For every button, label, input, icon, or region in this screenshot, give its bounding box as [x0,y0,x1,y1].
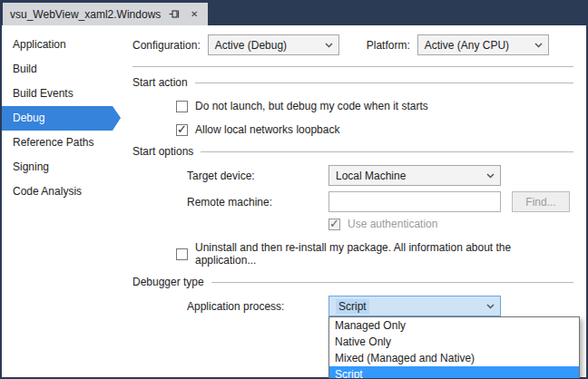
platform-label: Platform: [367,39,410,52]
tab-title: vsu_WebView_xaml2.Windows [10,8,161,21]
target-device-row: Target device: Local Machine [187,165,573,186]
divider [211,282,573,283]
no-launch-row: Do not launch, but debug my code when it… [176,100,573,112]
remote-machine-input[interactable] [328,191,501,212]
sidebar-item-debug[interactable]: Debug [2,106,113,131]
debugger-type-section-header: Debugger type [132,276,573,288]
option-native-only[interactable]: Native Only [329,334,579,350]
find-button[interactable]: Find... [512,191,570,212]
start-options-section-header: Start options [132,145,573,158]
use-authentication-label: Use authentication [348,218,437,230]
configuration-dropdown[interactable]: Active (Debug) [208,34,339,55]
uninstall-checkbox[interactable] [176,248,188,260]
uninstall-row: Uninstall and then re-install my package… [176,241,573,267]
platform-value: Active (Any CPU) [425,39,509,52]
use-authentication-checkbox[interactable] [328,219,340,230]
property-page-sidebar: Application Build Build Events Debug Ref… [2,25,120,377]
target-device-dropdown[interactable]: Local Machine [328,165,501,186]
option-managed-only[interactable]: Managed Only [329,317,579,334]
option-script[interactable]: Script [329,366,579,379]
start-action-title: Start action [132,76,188,89]
chevron-down-icon [486,304,495,309]
configuration-label: Configuration: [132,39,201,52]
chevron-down-icon [486,173,495,179]
pin-icon[interactable] [168,8,181,21]
application-process-value: Script [336,299,369,314]
application-process-options-list: Managed Only Native Only Mixed (Managed … [328,316,580,379]
start-options-title: Start options [132,145,193,158]
application-process-label: Application process: [187,300,328,313]
no-launch-label: Do not launch, but debug my code when it… [195,100,428,112]
sidebar-item-signing[interactable]: Signing [2,155,113,180]
chevron-down-icon [534,43,543,48]
sidebar-item-reference-paths[interactable]: Reference Paths [2,131,113,155]
divider [132,66,573,67]
no-launch-checkbox[interactable] [176,101,188,112]
start-action-section-header: Start action [132,76,573,89]
project-properties-window: vsu_WebView_xaml2.Windows ✕ Application … [0,0,588,379]
use-authentication-row: Use authentication [328,218,573,230]
configuration-value: Active (Debug) [215,39,287,52]
divider [201,151,573,152]
remote-machine-row: Remote machine: Find... [187,191,573,212]
debug-settings-panel: Configuration: Active (Debug) Platform: … [120,25,586,377]
sidebar-item-build[interactable]: Build [2,57,113,82]
uninstall-label: Uninstall and then re-install my package… [195,241,573,267]
remote-machine-label: Remote machine: [187,196,328,209]
target-device-value: Local Machine [336,170,406,182]
loopback-label: Allow local networks loopback [195,123,339,136]
loopback-checkbox[interactable] [176,124,188,136]
application-process-dropdown[interactable]: Script [328,296,501,316]
property-page: Application Build Build Events Debug Ref… [2,25,586,377]
sidebar-item-build-events[interactable]: Build Events [2,82,113,106]
sidebar-item-code-analysis[interactable]: Code Analysis [2,180,113,204]
option-mixed[interactable]: Mixed (Managed and Native) [329,350,579,366]
divider [195,83,573,83]
sidebar-item-application[interactable]: Application [2,33,113,57]
document-tab[interactable]: vsu_WebView_xaml2.Windows ✕ [3,3,208,25]
debugger-type-title: Debugger type [132,276,204,288]
chevron-down-icon [325,43,333,48]
platform-dropdown[interactable]: Active (Any CPU) [417,34,549,55]
document-tab-bar: vsu_WebView_xaml2.Windows ✕ [1,1,587,25]
close-icon[interactable]: ✕ [188,8,201,21]
target-device-label: Target device: [187,170,328,182]
configuration-row: Configuration: Active (Debug) Platform: … [132,34,573,55]
loopback-row: Allow local networks loopback [176,123,573,136]
application-process-row: Application process: Script Managed Only… [187,296,573,316]
